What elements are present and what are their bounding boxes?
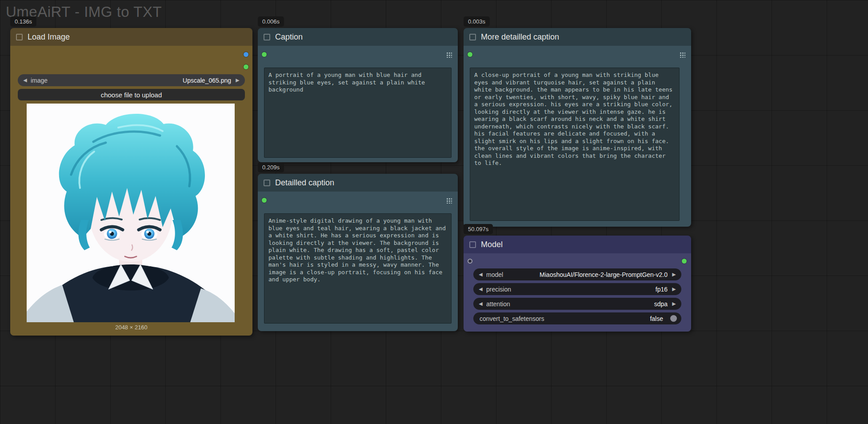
input-slot-text[interactable] xyxy=(262,198,267,203)
image-widget-label: image xyxy=(31,77,48,84)
attention-widget-value: sdpa xyxy=(654,300,668,308)
node-title-load-image: Load Image xyxy=(28,32,70,42)
node-title-more-detailed-caption: More detailled caption xyxy=(481,32,559,42)
more-detailed-caption-textbox[interactable]: A close-up portrait of a young man with … xyxy=(470,68,680,221)
node-title-detailed-caption: Detailled caption xyxy=(275,178,334,188)
precision-widget-value: fp16 xyxy=(656,286,668,293)
timing-badge-detailed-caption: 0.209s xyxy=(258,162,284,172)
model-combo-widget[interactable]: ◀ model MiaoshouAI/Florence-2-large-Prom… xyxy=(473,268,681,280)
portrait-image xyxy=(27,104,235,322)
node-caption: 0.006s Caption A portrait of a young man… xyxy=(258,28,458,162)
node-header-detailed-caption[interactable]: Detailled caption xyxy=(258,174,458,192)
node-more-detailed-caption: 0.003s More detailled caption A close-up… xyxy=(464,28,691,227)
model-widget-value: MiaoshouAI/Florence-2-large-PromptGen-v2… xyxy=(540,271,668,278)
drag-dots-icon[interactable] xyxy=(446,52,452,58)
attention-widget-label: attention xyxy=(486,300,510,308)
detailed-caption-textbox[interactable]: Anime-style digital drawing of a young m… xyxy=(264,213,452,324)
convert-to-safetensors-toggle[interactable]: convert_to_safetensors false xyxy=(473,312,681,324)
attention-combo-widget[interactable]: ◀ attention sdpa ▶ xyxy=(473,298,681,310)
combo-left-arrow-icon[interactable]: ◀ xyxy=(477,298,484,310)
input-slot-text[interactable] xyxy=(262,52,267,57)
choose-file-button[interactable]: choose file to upload xyxy=(18,89,245,100)
collapse-toggle-icon[interactable] xyxy=(16,34,23,40)
image-combo-widget[interactable]: ◀ image Upscale_065.png ▶ xyxy=(18,74,245,86)
input-slot-model[interactable] xyxy=(468,259,472,264)
image-preview[interactable] xyxy=(27,104,235,322)
collapse-toggle-icon[interactable] xyxy=(264,34,270,40)
image-dimensions-label: 2048 × 2160 xyxy=(10,324,252,331)
output-slot-image[interactable] xyxy=(244,52,248,57)
collapse-toggle-icon[interactable] xyxy=(264,180,270,186)
combo-left-arrow-icon[interactable]: ◀ xyxy=(22,74,28,86)
combo-right-arrow-icon[interactable]: ▶ xyxy=(671,283,677,295)
toggle-label: convert_to_safetensors xyxy=(480,315,544,322)
timing-badge-load-image: 0.136s xyxy=(10,16,36,27)
timing-badge-model: 50.097s xyxy=(464,224,493,234)
precision-combo-widget[interactable]: ◀ precision fp16 ▶ xyxy=(473,283,681,295)
output-slot-mask[interactable] xyxy=(244,64,248,69)
image-widget-value: Upscale_065.png xyxy=(183,77,231,84)
combo-left-arrow-icon[interactable]: ◀ xyxy=(477,283,484,295)
combo-left-arrow-icon[interactable]: ◀ xyxy=(477,268,484,280)
input-slot-text[interactable] xyxy=(468,52,472,57)
node-detailed-caption: 0.209s Detailled caption Anime-style dig… xyxy=(258,174,458,331)
node-title-model: Model xyxy=(481,240,503,249)
graph-canvas[interactable]: UmeAiRT - IMG to TXT 0.136s Load Image ◀… xyxy=(0,0,868,424)
node-header-caption[interactable]: Caption xyxy=(258,28,458,46)
combo-right-arrow-icon[interactable]: ▶ xyxy=(234,74,241,86)
node-title-caption: Caption xyxy=(275,32,303,42)
node-model: 50.097s Model ◀ model MiaoshouAI/Florenc… xyxy=(464,236,691,332)
precision-widget-label: precision xyxy=(486,286,511,293)
drag-dots-icon[interactable] xyxy=(446,198,452,204)
node-header-load-image[interactable]: Load Image xyxy=(10,28,252,46)
node-header-more-detailed-caption[interactable]: More detailled caption xyxy=(464,28,691,46)
timing-badge-more-detailed-caption: 0.003s xyxy=(464,16,490,27)
collapse-toggle-icon[interactable] xyxy=(469,241,476,248)
toggle-value: false xyxy=(650,315,663,322)
collapse-toggle-icon[interactable] xyxy=(469,34,476,40)
node-header-model[interactable]: Model xyxy=(464,236,691,253)
caption-textbox[interactable]: A portrait of a young man with blue hair… xyxy=(264,68,452,158)
timing-badge-caption: 0.006s xyxy=(258,16,284,27)
toggle-knob[interactable] xyxy=(670,315,677,322)
node-load-image: 0.136s Load Image ◀ image Upscale_065.pn… xyxy=(10,28,252,336)
drag-dots-icon[interactable] xyxy=(680,52,685,58)
model-widget-label: model xyxy=(486,271,503,278)
combo-right-arrow-icon[interactable]: ▶ xyxy=(671,298,677,310)
combo-right-arrow-icon[interactable]: ▶ xyxy=(671,268,677,280)
output-slot-model[interactable] xyxy=(682,259,687,264)
